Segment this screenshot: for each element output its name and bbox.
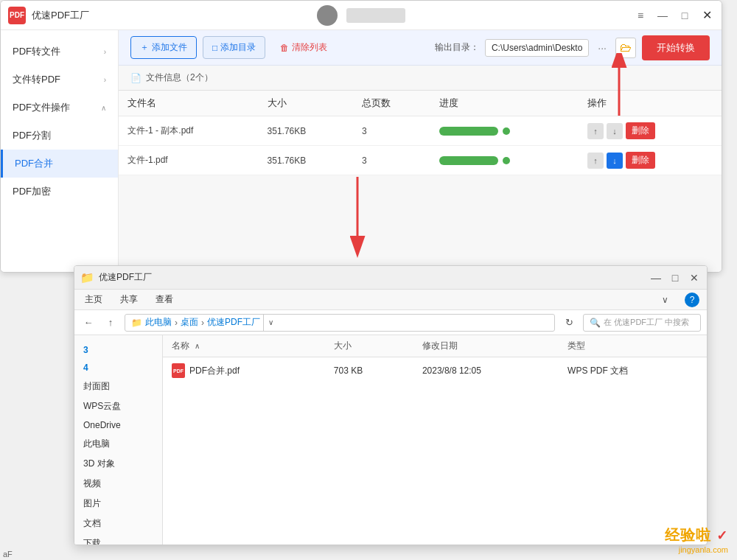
cell-size: 351.76KB [259, 116, 353, 146]
delete-button[interactable]: 删除 [626, 122, 655, 139]
menu-item-share[interactable]: 共享 [117, 292, 141, 307]
explorer-menu-bar: 主页 共享 查看 ∨ ? [74, 290, 707, 310]
user-name-placeholder [346, 8, 405, 23]
folder-browse-button[interactable]: 🗁 [615, 38, 636, 58]
app-title: 优速PDF工厂 [32, 9, 89, 22]
explorer-sidebar-item-3[interactable]: 3 [74, 341, 162, 359]
exp-col-blank [280, 335, 325, 357]
main-layout: PDF转文件 › 文件转PDF › PDF文件操作 ∧ PDF分割 PDF合并 … [1, 30, 722, 272]
explorer-sidebar-item-video[interactable]: 视频 [74, 474, 162, 494]
explorer-table-row[interactable]: PDF PDF合并.pdf 703 KB 2023/8/8 12:05 WPS … [163, 357, 707, 385]
exp-cell-name: PDF PDF合并.pdf [163, 357, 325, 385]
content-area: ＋ 添加文件 □ 添加目录 🗑 清除列表 输出目录： C:\Users\admi… [119, 30, 722, 272]
app-icon: PDF [8, 7, 26, 24]
add-file-icon: ＋ [140, 41, 149, 54]
nav-back-button[interactable]: ← [80, 315, 97, 331]
sort-up-button[interactable]: ↑ [587, 123, 604, 139]
cell-actions: ↑ ↓ 删除 [579, 116, 722, 146]
exp-cell-date: 2023/8/8 12:05 [413, 357, 559, 385]
exp-col-type[interactable]: 类型 [559, 335, 707, 357]
exp-col-name[interactable]: 名称 ∧ [163, 335, 280, 357]
menu-item-home[interactable]: 主页 [82, 292, 105, 307]
window-controls: ≡ — □ ✕ [633, 8, 714, 23]
search-placeholder: 在 优速PDF工厂 中搜索 [604, 317, 689, 328]
trash-icon: 🗑 [280, 43, 289, 53]
exp-col-date[interactable]: 修改日期 [413, 335, 559, 357]
sidebar: PDF转文件 › 文件转PDF › PDF文件操作 ∧ PDF分割 PDF合并 … [1, 30, 119, 272]
toolbar-right: 输出目录： C:\Users\admin\Deskto ··· 🗁 开始转换 [435, 35, 710, 60]
explorer-sidebar-item-4[interactable]: 4 [74, 359, 162, 377]
cell-progress [430, 146, 579, 175]
table-row: 文件-1 - 副本.pdf 351.76KB 3 ↑ ↓ 删除 [119, 116, 722, 146]
address-path-box[interactable]: 📁 此电脑 › 桌面 › 优速PDF工厂 ∨ [125, 314, 555, 332]
sidebar-item-file-to-pdf[interactable]: 文件转PDF › [1, 66, 118, 94]
maximize-button[interactable]: □ [677, 8, 692, 23]
col-progress: 进度 [430, 91, 579, 116]
explorer-maximize-button[interactable]: □ [668, 271, 682, 284]
minimize-button[interactable]: — [655, 8, 670, 23]
explorer-minimize-button[interactable]: — [649, 271, 663, 284]
main-app-window: PDF 优速PDF工厂 ≡ — □ ✕ PDF转文件 › 文件转PDF › [0, 0, 722, 273]
sort-up-button[interactable]: ↑ [587, 153, 604, 169]
add-dir-button[interactable]: □ 添加目录 [203, 36, 265, 59]
chevron-icon: › [104, 76, 106, 84]
title-bar-left: PDF 优速PDF工厂 [8, 7, 89, 24]
add-file-button[interactable]: ＋ 添加文件 [130, 36, 197, 59]
menu-button[interactable]: ≡ [633, 8, 648, 23]
sidebar-item-pdf-operations[interactable]: PDF文件操作 ∧ [1, 94, 118, 122]
output-label: 输出目录： [435, 41, 479, 54]
help-button[interactable]: ? [685, 293, 699, 307]
sidebar-item-pdf-encrypt[interactable]: PDF加密 [1, 178, 118, 206]
address-bar: ← ↑ 📁 此电脑 › 桌面 › 优速PDF工厂 ∨ ↻ 🔍 在 优速PDF工厂… [74, 310, 707, 335]
sort-down-button[interactable]: ↓ [607, 123, 623, 139]
sort-down-button[interactable]: ↓ [607, 153, 623, 169]
sidebar-item-pdf-split[interactable]: PDF分割 [1, 122, 118, 150]
explorer-sidebar-item-cover[interactable]: 封面图 [74, 377, 162, 396]
col-size: 大小 [259, 91, 353, 116]
folder-icon-sm: 📁 [131, 318, 142, 328]
output-dots-button[interactable]: ··· [595, 41, 609, 55]
file-info-label: 文件信息（2个） [146, 71, 213, 84]
exp-col-size[interactable]: 大小 [325, 335, 413, 357]
refresh-button[interactable]: ↻ [561, 315, 577, 331]
explorer-sidebar-item-onedrive[interactable]: OneDrive [74, 416, 162, 434]
exp-cell-type: WPS PDF 文档 [559, 357, 707, 385]
watermark: 经验啦 ✓ jingyanla.com [665, 525, 728, 554]
search-icon: 🔍 [590, 318, 601, 328]
cell-filename: 文件-1 - 副本.pdf [119, 116, 259, 146]
add-dir-icon: □ [212, 43, 217, 53]
sidebar-item-pdf-merge[interactable]: PDF合并 [1, 150, 118, 178]
explorer-sidebar-item-3d[interactable]: 3D 对象 [74, 454, 162, 474]
watermark-text: 经验啦 [665, 527, 711, 543]
explorer-folder-icon: 📁 [80, 271, 94, 284]
explorer-close-button[interactable]: ✕ [688, 271, 701, 284]
explorer-sidebar-item-this-pc[interactable]: 此电脑 [74, 434, 162, 454]
cell-progress [430, 116, 579, 146]
explorer-sidebar-item-downloads[interactable]: 下载 [74, 533, 162, 545]
explorer-sidebar-item-docs[interactable]: 文档 [74, 514, 162, 533]
sort-icon: ∧ [195, 342, 200, 350]
ribbon-collapse-button[interactable]: ∨ [662, 295, 668, 305]
clear-list-button[interactable]: 🗑 清除列表 [271, 37, 336, 58]
delete-button[interactable]: 删除 [626, 152, 655, 169]
explorer-sidebar-item-pictures[interactable]: 图片 [74, 494, 162, 514]
sidebar-item-pdf-to-file[interactable]: PDF转文件 › [1, 38, 118, 66]
cell-size: 351.76KB [259, 146, 353, 175]
col-action: 操作 [579, 91, 722, 116]
toolbar: ＋ 添加文件 □ 添加目录 🗑 清除列表 输出目录： C:\Users\admi… [119, 30, 722, 66]
explorer-table: 名称 ∧ 大小 修改日期 类型 PDF PDF合并.pdf 7 [163, 335, 707, 384]
col-filename: 文件名 [119, 91, 259, 116]
explorer-window: 📁 优速PDF工厂 — □ ✕ 主页 共享 查看 ∨ ? ← ↑ 📁 此电脑 ›… [74, 265, 708, 545]
close-button[interactable]: ✕ [699, 8, 714, 23]
start-convert-button[interactable]: 开始转换 [642, 35, 710, 60]
cell-pages: 3 [353, 116, 430, 146]
table-row: 文件-1.pdf 351.76KB 3 ↑ ↓ 删除 [119, 146, 722, 175]
menu-item-view[interactable]: 查看 [153, 292, 176, 307]
explorer-sidebar-item-wps[interactable]: WPS云盘 [74, 396, 162, 416]
watermark-check: ✓ [716, 528, 728, 543]
search-box[interactable]: 🔍 在 优速PDF工厂 中搜索 [583, 314, 701, 332]
nav-up-button[interactable]: ↑ [102, 315, 119, 331]
cell-pages: 3 [353, 146, 430, 175]
path-dropdown-button[interactable]: ∨ [263, 314, 278, 332]
explorer-sidebar: 3 4 封面图 WPS云盘 OneDrive 此电脑 3D 对象 视频 [74, 335, 163, 545]
